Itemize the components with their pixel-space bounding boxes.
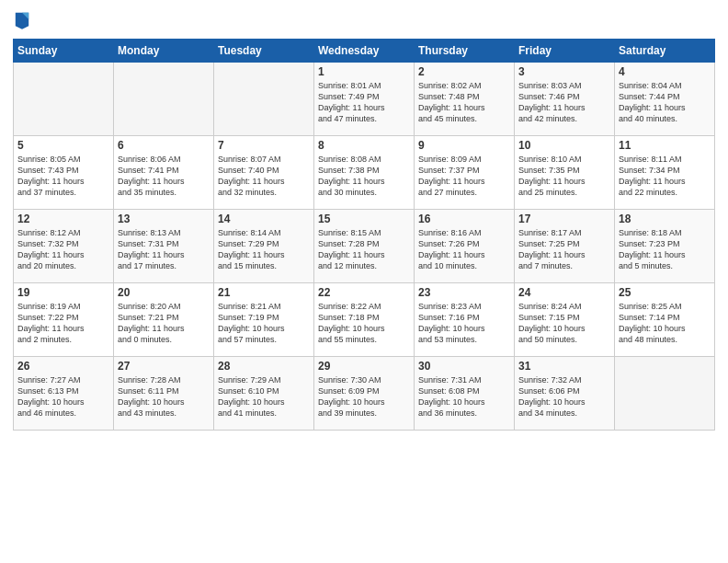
day-cell: 17Sunrise: 8:17 AM Sunset: 7:25 PM Dayli… bbox=[515, 210, 615, 283]
day-info: Sunrise: 8:23 AM Sunset: 7:16 PM Dayligh… bbox=[418, 301, 510, 346]
header-cell-saturday: Saturday bbox=[615, 40, 715, 63]
day-info: Sunrise: 8:02 AM Sunset: 7:48 PM Dayligh… bbox=[418, 80, 510, 125]
header-cell-thursday: Thursday bbox=[415, 40, 515, 63]
day-number: 8 bbox=[318, 139, 410, 152]
day-cell: 1Sunrise: 8:01 AM Sunset: 7:49 PM Daylig… bbox=[314, 63, 415, 136]
day-info: Sunrise: 7:31 AM Sunset: 6:08 PM Dayligh… bbox=[418, 374, 510, 419]
header bbox=[13, 9, 715, 33]
day-cell: 29Sunrise: 7:30 AM Sunset: 6:09 PM Dayli… bbox=[314, 357, 415, 431]
day-info: Sunrise: 8:17 AM Sunset: 7:25 PM Dayligh… bbox=[518, 227, 610, 272]
day-cell: 16Sunrise: 8:16 AM Sunset: 7:26 PM Dayli… bbox=[415, 210, 515, 283]
header-cell-wednesday: Wednesday bbox=[314, 40, 415, 63]
day-number: 19 bbox=[17, 286, 109, 299]
day-info: Sunrise: 8:06 AM Sunset: 7:41 PM Dayligh… bbox=[118, 154, 210, 199]
day-cell: 12Sunrise: 8:12 AM Sunset: 7:32 PM Dayli… bbox=[14, 210, 114, 283]
day-number: 16 bbox=[418, 213, 510, 225]
day-cell: 30Sunrise: 7:31 AM Sunset: 6:08 PM Dayli… bbox=[415, 357, 515, 431]
day-cell: 18Sunrise: 8:18 AM Sunset: 7:23 PM Dayli… bbox=[615, 210, 715, 283]
day-cell: 21Sunrise: 8:21 AM Sunset: 7:19 PM Dayli… bbox=[214, 283, 314, 357]
day-number: 7 bbox=[218, 139, 310, 152]
day-number: 30 bbox=[418, 360, 510, 373]
day-info: Sunrise: 7:29 AM Sunset: 6:10 PM Dayligh… bbox=[218, 374, 310, 419]
day-cell: 23Sunrise: 8:23 AM Sunset: 7:16 PM Dayli… bbox=[415, 283, 515, 357]
day-info: Sunrise: 8:12 AM Sunset: 7:32 PM Dayligh… bbox=[17, 227, 109, 272]
day-cell: 10Sunrise: 8:10 AM Sunset: 7:35 PM Dayli… bbox=[515, 136, 615, 210]
day-cell: 8Sunrise: 8:08 AM Sunset: 7:38 PM Daylig… bbox=[314, 136, 415, 210]
day-cell: 13Sunrise: 8:13 AM Sunset: 7:31 PM Dayli… bbox=[114, 210, 214, 283]
day-number: 31 bbox=[518, 360, 610, 373]
day-number: 4 bbox=[619, 65, 711, 78]
day-info: Sunrise: 8:16 AM Sunset: 7:26 PM Dayligh… bbox=[418, 227, 510, 272]
day-cell: 25Sunrise: 8:25 AM Sunset: 7:14 PM Dayli… bbox=[615, 283, 715, 357]
day-number: 20 bbox=[118, 286, 210, 299]
day-info: Sunrise: 7:32 AM Sunset: 6:06 PM Dayligh… bbox=[518, 374, 610, 419]
day-cell bbox=[615, 357, 715, 431]
day-cell bbox=[14, 63, 114, 136]
day-cell: 11Sunrise: 8:11 AM Sunset: 7:34 PM Dayli… bbox=[615, 136, 715, 210]
header-row: SundayMondayTuesdayWednesdayThursdayFrid… bbox=[14, 40, 715, 63]
day-cell: 19Sunrise: 8:19 AM Sunset: 7:22 PM Dayli… bbox=[14, 283, 114, 357]
day-number: 18 bbox=[619, 213, 711, 225]
day-cell: 15Sunrise: 8:15 AM Sunset: 7:28 PM Dayli… bbox=[314, 210, 415, 283]
day-number: 29 bbox=[318, 360, 410, 373]
calendar-page: SundayMondayTuesdayWednesdayThursdayFrid… bbox=[0, 0, 728, 563]
day-info: Sunrise: 8:20 AM Sunset: 7:21 PM Dayligh… bbox=[118, 301, 210, 346]
day-cell: 24Sunrise: 8:24 AM Sunset: 7:15 PM Dayli… bbox=[515, 283, 615, 357]
week-row: 5Sunrise: 8:05 AM Sunset: 7:43 PM Daylig… bbox=[14, 136, 715, 210]
day-cell: 20Sunrise: 8:20 AM Sunset: 7:21 PM Dayli… bbox=[114, 283, 214, 357]
day-info: Sunrise: 7:27 AM Sunset: 6:13 PM Dayligh… bbox=[17, 374, 109, 419]
calendar-header: SundayMondayTuesdayWednesdayThursdayFrid… bbox=[14, 40, 715, 63]
week-row: 1Sunrise: 8:01 AM Sunset: 7:49 PM Daylig… bbox=[14, 63, 715, 136]
day-info: Sunrise: 8:08 AM Sunset: 7:38 PM Dayligh… bbox=[318, 154, 410, 199]
day-info: Sunrise: 8:03 AM Sunset: 7:46 PM Dayligh… bbox=[518, 80, 610, 125]
day-cell: 5Sunrise: 8:05 AM Sunset: 7:43 PM Daylig… bbox=[14, 136, 114, 210]
day-number: 17 bbox=[518, 213, 610, 225]
day-number: 27 bbox=[118, 360, 210, 373]
day-number: 2 bbox=[418, 65, 510, 78]
week-row: 19Sunrise: 8:19 AM Sunset: 7:22 PM Dayli… bbox=[14, 283, 715, 357]
day-number: 25 bbox=[619, 286, 711, 299]
day-cell bbox=[114, 63, 214, 136]
day-cell: 2Sunrise: 8:02 AM Sunset: 7:48 PM Daylig… bbox=[415, 63, 515, 136]
day-info: Sunrise: 8:07 AM Sunset: 7:40 PM Dayligh… bbox=[218, 154, 310, 199]
day-cell: 26Sunrise: 7:27 AM Sunset: 6:13 PM Dayli… bbox=[14, 357, 114, 431]
day-cell: 14Sunrise: 8:14 AM Sunset: 7:29 PM Dayli… bbox=[214, 210, 314, 283]
logo-icon bbox=[14, 9, 30, 29]
day-info: Sunrise: 8:10 AM Sunset: 7:35 PM Dayligh… bbox=[518, 154, 610, 199]
day-cell bbox=[214, 63, 314, 136]
day-number: 15 bbox=[318, 213, 410, 225]
day-info: Sunrise: 7:30 AM Sunset: 6:09 PM Dayligh… bbox=[318, 374, 410, 419]
day-number: 23 bbox=[418, 286, 510, 299]
day-number: 26 bbox=[17, 360, 109, 373]
day-info: Sunrise: 8:24 AM Sunset: 7:15 PM Dayligh… bbox=[518, 301, 610, 346]
day-info: Sunrise: 8:22 AM Sunset: 7:18 PM Dayligh… bbox=[318, 301, 410, 346]
day-info: Sunrise: 8:15 AM Sunset: 7:28 PM Dayligh… bbox=[318, 227, 410, 272]
day-info: Sunrise: 7:28 AM Sunset: 6:11 PM Dayligh… bbox=[118, 374, 210, 419]
day-info: Sunrise: 8:14 AM Sunset: 7:29 PM Dayligh… bbox=[218, 227, 310, 272]
day-info: Sunrise: 8:21 AM Sunset: 7:19 PM Dayligh… bbox=[218, 301, 310, 346]
day-cell: 6Sunrise: 8:06 AM Sunset: 7:41 PM Daylig… bbox=[114, 136, 214, 210]
day-cell: 9Sunrise: 8:09 AM Sunset: 7:37 PM Daylig… bbox=[415, 136, 515, 210]
day-info: Sunrise: 8:05 AM Sunset: 7:43 PM Dayligh… bbox=[17, 154, 109, 199]
day-number: 3 bbox=[518, 65, 610, 78]
day-info: Sunrise: 8:19 AM Sunset: 7:22 PM Dayligh… bbox=[17, 301, 109, 346]
day-cell: 28Sunrise: 7:29 AM Sunset: 6:10 PM Dayli… bbox=[214, 357, 314, 431]
day-info: Sunrise: 8:25 AM Sunset: 7:14 PM Dayligh… bbox=[619, 301, 711, 346]
day-number: 1 bbox=[318, 65, 410, 78]
day-number: 5 bbox=[17, 139, 109, 152]
week-row: 12Sunrise: 8:12 AM Sunset: 7:32 PM Dayli… bbox=[14, 210, 715, 283]
day-number: 9 bbox=[418, 139, 510, 152]
day-number: 28 bbox=[218, 360, 310, 373]
day-number: 6 bbox=[118, 139, 210, 152]
week-row: 26Sunrise: 7:27 AM Sunset: 6:13 PM Dayli… bbox=[14, 357, 715, 431]
day-number: 14 bbox=[218, 213, 310, 225]
day-number: 22 bbox=[318, 286, 410, 299]
day-cell: 4Sunrise: 8:04 AM Sunset: 7:44 PM Daylig… bbox=[615, 63, 715, 136]
day-number: 21 bbox=[218, 286, 310, 299]
calendar-table: SundayMondayTuesdayWednesdayThursdayFrid… bbox=[13, 39, 715, 431]
day-cell: 22Sunrise: 8:22 AM Sunset: 7:18 PM Dayli… bbox=[314, 283, 415, 357]
day-cell: 27Sunrise: 7:28 AM Sunset: 6:11 PM Dayli… bbox=[114, 357, 214, 431]
day-info: Sunrise: 8:01 AM Sunset: 7:49 PM Dayligh… bbox=[318, 80, 410, 125]
day-cell: 31Sunrise: 7:32 AM Sunset: 6:06 PM Dayli… bbox=[515, 357, 615, 431]
header-cell-monday: Monday bbox=[114, 40, 214, 63]
